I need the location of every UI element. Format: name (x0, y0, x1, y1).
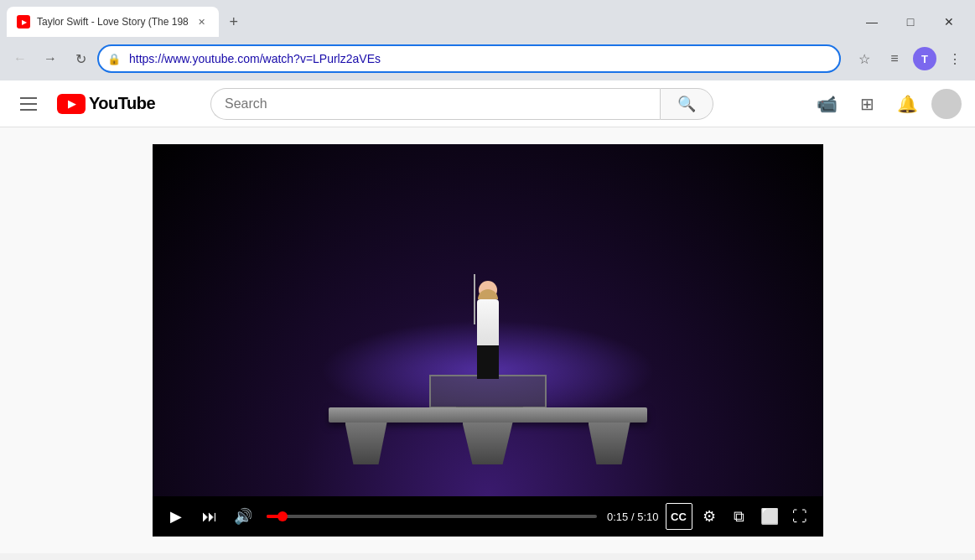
search-container: 🔍 (210, 88, 713, 120)
lock-icon: 🔒 (107, 53, 121, 65)
notifications-button[interactable]: 🔔 (891, 87, 925, 121)
captions-button[interactable]: CC (666, 503, 692, 530)
volume-button[interactable]: 🔊 (230, 503, 257, 530)
more-menu-button[interactable]: ⋮ (941, 45, 968, 72)
right-controls: CC ⚙ ⧉ ⬜ ⛶ (666, 503, 813, 530)
bookmark-button[interactable]: ☆ (851, 45, 878, 72)
browser-chrome: Taylor Swift - Love Story (The 198 ✕ + —… (0, 0, 975, 80)
search-button[interactable]: 🔍 (660, 88, 713, 120)
performer-body (477, 299, 499, 345)
video-controls: ▶ ⏭ 🔊 0:15 / 5:10 CC ⚙ ⧉ ⬜ ⛶ (153, 496, 823, 537)
profile-button[interactable]: T (911, 45, 938, 72)
progress-bar[interactable] (267, 515, 598, 518)
youtube-logo-icon (57, 94, 86, 114)
current-time: 0:15 (607, 511, 628, 523)
address-input[interactable] (97, 44, 841, 73)
settings-button[interactable]: ⚙ (696, 503, 723, 530)
back-button[interactable]: ← (7, 45, 34, 72)
time-display: 0:15 / 5:10 (607, 511, 658, 523)
search-input[interactable] (210, 88, 660, 120)
youtube-logo[interactable]: YouTube (57, 94, 155, 114)
user-avatar[interactable] (931, 89, 962, 119)
next-button[interactable]: ⏭ (196, 503, 223, 530)
tab-bar: Taylor Swift - Love Story (The 198 ✕ + —… (0, 0, 975, 37)
theater-button[interactable]: ⬜ (756, 503, 783, 530)
performer (475, 281, 501, 379)
stage-platform (329, 407, 647, 423)
tab-favicon (17, 15, 30, 29)
video-area: ▶ ⏭ 🔊 0:15 / 5:10 CC ⚙ ⧉ ⬜ ⛶ (0, 127, 975, 553)
bell-icon: 🔔 (897, 94, 918, 114)
menu-button[interactable] (13, 91, 44, 117)
apps-button[interactable]: ⊞ (851, 87, 884, 121)
miniplayer-button[interactable]: ⧉ (726, 503, 753, 530)
navigation-bar: ← → ↻ 🔒 ☆ ≡ T ⋮ (0, 37, 975, 80)
hamburger-line-2 (20, 103, 37, 105)
fullscreen-button[interactable]: ⛶ (786, 503, 813, 530)
performer-legs (477, 345, 499, 379)
video-container: ▶ ⏭ 🔊 0:15 / 5:10 CC ⚙ ⧉ ⬜ ⛶ (153, 144, 823, 537)
close-button[interactable]: ✕ (930, 7, 968, 37)
forward-button[interactable]: → (37, 45, 64, 72)
total-time: 5:10 (637, 511, 658, 523)
mic-stand (474, 274, 475, 324)
header-actions: 📹 ⊞ 🔔 (811, 87, 962, 121)
refresh-button[interactable]: ↻ (67, 45, 94, 72)
hamburger-line-3 (20, 109, 37, 111)
profile-avatar: T (913, 47, 936, 70)
address-bar-container: 🔒 (97, 44, 841, 73)
new-tab-button[interactable]: + (222, 10, 246, 34)
create-button[interactable]: 📹 (811, 87, 844, 121)
maximize-button[interactable]: □ (891, 7, 930, 37)
apps-icon: ⊞ (860, 94, 874, 114)
window-controls: — □ ✕ (853, 7, 968, 37)
create-icon: 📹 (817, 94, 838, 114)
youtube-logo-text: YouTube (89, 94, 155, 113)
address-bar-actions: ☆ ≡ T ⋮ (851, 45, 968, 72)
play-pause-button[interactable]: ▶ (163, 503, 189, 530)
hamburger-line-1 (20, 97, 37, 99)
video-frame[interactable] (153, 144, 823, 496)
minimize-button[interactable]: — (853, 7, 891, 37)
active-tab[interactable]: Taylor Swift - Love Story (The 198 ✕ (7, 7, 219, 37)
progress-dot (277, 511, 288, 521)
tab-title: Taylor Swift - Love Story (The 198 (37, 16, 189, 28)
progress-fill (267, 515, 283, 518)
tab-close-button[interactable]: ✕ (195, 15, 209, 29)
keyboard-stand (429, 375, 547, 408)
extensions-button[interactable]: ≡ (881, 45, 908, 72)
youtube-header: YouTube 🔍 📹 ⊞ 🔔 (0, 80, 975, 127)
